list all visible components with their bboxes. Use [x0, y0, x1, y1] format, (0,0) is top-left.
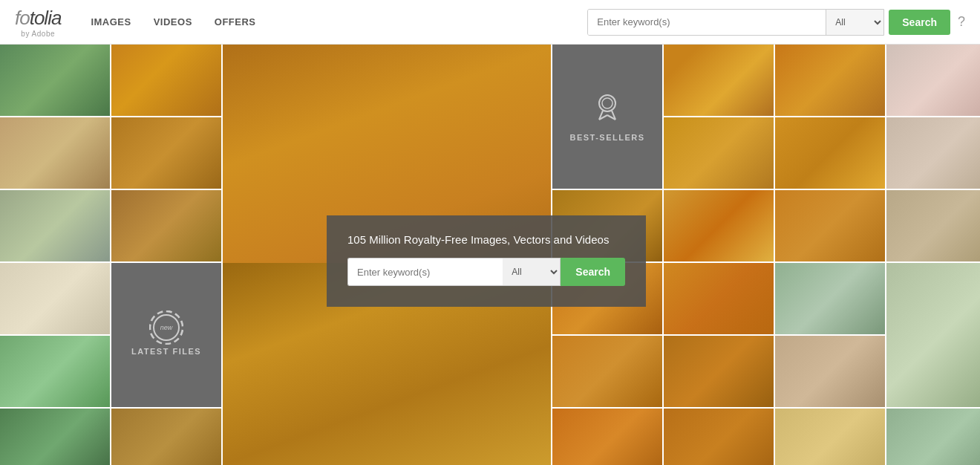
latest-files-new: new [160, 324, 173, 331]
grid-image-honey4[interactable] [111, 117, 221, 189]
grid-image-honey5[interactable] [775, 117, 885, 189]
grid-image-honey10[interactable] [664, 336, 774, 407]
best-sellers-label: BEST-SELLERS [569, 133, 644, 142]
grid-image-woman-boho[interactable] [886, 190, 980, 261]
search-overlay: 105 Million Royalty-Free Images, Vectors… [327, 215, 646, 307]
nav-videos[interactable]: VIDEOS [154, 16, 192, 27]
grid-image-honey8[interactable] [664, 263, 774, 334]
grid-image-paw[interactable] [0, 263, 110, 334]
grid-image-woman-right[interactable] [886, 263, 980, 407]
logo-sub: by Adobe [21, 30, 55, 38]
latest-files-badge: new [153, 314, 180, 341]
nav-images[interactable]: IMAGES [91, 16, 131, 27]
latest-files-cell[interactable]: new LATEST FILES [111, 263, 221, 407]
header: fotolia by Adobe IMAGES VIDEOS OFFERS Al… [0, 0, 980, 45]
grid-image-honey1[interactable] [111, 45, 221, 116]
grid-image-woman-boho2[interactable] [775, 336, 885, 407]
best-sellers-icon [592, 91, 622, 127]
header-search-area: All Photos Vectors Videos Search ? [587, 9, 965, 36]
overlay-search-input[interactable] [347, 258, 503, 286]
logo[interactable]: fotolia by Adobe [15, 7, 61, 38]
svg-point-1 [602, 98, 612, 108]
grid-image-honey3[interactable] [775, 45, 885, 116]
header-search-input[interactable] [588, 10, 826, 35]
grid-image-honey2[interactable] [664, 45, 774, 116]
grid-image-woman-green[interactable] [0, 190, 110, 261]
overlay-search-type[interactable]: All Photos Vectors Videos [503, 258, 561, 286]
grid-image-woman-ladder[interactable] [775, 263, 885, 334]
overlay-title: 105 Million Royalty-Free Images, Vectors… [347, 233, 625, 246]
grid-image-bee1[interactable] [664, 117, 774, 189]
grid-image-row6-8[interactable] [886, 409, 980, 465]
grid-image-sun-chair[interactable] [0, 336, 110, 407]
overlay-search-row: All Photos Vectors Videos Search [347, 258, 625, 286]
header-search-type-select[interactable]: All Photos Vectors Videos [826, 10, 883, 35]
grid-image-row6-2[interactable] [111, 409, 221, 465]
grid-image-row6-1[interactable] [0, 409, 110, 465]
main-content: BEST-SELLERS new LATEST FILES [0, 45, 980, 465]
nav-offers[interactable]: OFFERS [215, 16, 256, 27]
overlay-search-button[interactable]: Search [561, 258, 625, 286]
header-search-input-wrap: All Photos Vectors Videos [587, 9, 884, 36]
grid-image-row6-5[interactable] [552, 409, 662, 465]
grid-image-colorful[interactable] [664, 190, 774, 261]
help-icon[interactable]: ? [958, 14, 965, 30]
logo-text: fotolia [15, 7, 61, 30]
latest-files-label: LATEST FILES [131, 347, 201, 356]
grid-image-brown1[interactable] [111, 190, 221, 261]
grid-image-scooter[interactable] [886, 45, 980, 116]
grid-image-woman-work[interactable] [886, 117, 980, 189]
grid-image-desert[interactable] [0, 117, 110, 189]
grid-image-honey6[interactable] [775, 190, 885, 261]
grid-image-row6-7[interactable] [775, 409, 885, 465]
main-nav: IMAGES VIDEOS OFFERS [91, 16, 587, 27]
grid-image-honey9[interactable] [552, 336, 662, 407]
grid-image-herbs[interactable] [0, 45, 110, 116]
grid-image-row6-6[interactable] [664, 409, 774, 465]
header-search-button[interactable]: Search [889, 10, 950, 35]
best-sellers-cell[interactable]: BEST-SELLERS [552, 45, 662, 189]
